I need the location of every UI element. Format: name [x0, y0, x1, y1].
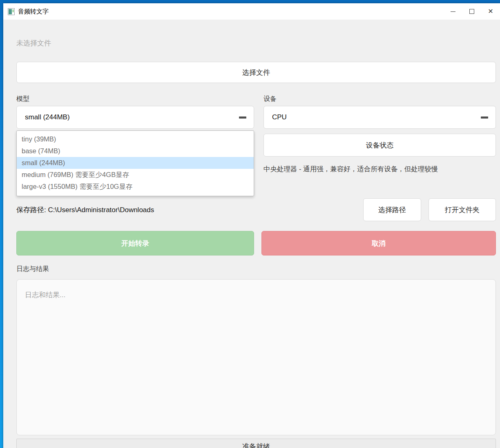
status-bar: 准备就绪 [16, 439, 496, 448]
save-path-label: 保存路径: C:\Users\Administrator\Downloads [16, 205, 154, 215]
model-column: 模型 small (244MB) tiny (39MB) base (74MB)… [16, 94, 254, 174]
model-combobox-value: small (244MB) [25, 113, 70, 121]
dropdown-option-small[interactable]: small (244MB) [17, 157, 254, 169]
window-title: 音频转文字 [18, 8, 49, 16]
model-label: 模型 [16, 94, 254, 103]
log-textarea[interactable] [16, 279, 496, 435]
dropdown-option-medium[interactable]: medium (769MB) 需要至少4GB显存 [17, 169, 254, 181]
device-status-button[interactable]: 设备状态 [263, 134, 496, 157]
maximize-icon [469, 9, 474, 14]
minimize-icon [451, 11, 455, 12]
status-text: 准备就绪 [242, 443, 270, 448]
save-path-row: 保存路径: C:\Users\Administrator\Downloads 选… [16, 198, 496, 221]
dropdown-option-tiny[interactable]: tiny (39MB) [17, 133, 254, 145]
app-icon [8, 8, 15, 15]
start-transcribe-button[interactable]: 开始转录 [16, 231, 254, 255]
device-description: 中央处理器 - 通用强，兼容好，适合所有设备，但处理较慢 [263, 165, 496, 174]
minimize-button[interactable] [444, 3, 462, 20]
log-section-label: 日志与结果 [16, 264, 496, 273]
combobox-dash-icon [239, 116, 246, 119]
open-folder-button[interactable]: 打开文件夹 [429, 198, 496, 221]
select-file-button[interactable]: 选择文件 [16, 62, 496, 83]
action-buttons-row: 开始转录 取消 [16, 231, 496, 255]
device-label: 设备 [263, 94, 496, 103]
model-dropdown-list: tiny (39MB) base (74MB) small (244MB) me… [16, 130, 254, 196]
device-combobox-value: CPU [272, 113, 287, 121]
combobox-dash-icon [481, 116, 488, 119]
close-icon: ✕ [488, 8, 493, 15]
app-icon-teal-block [9, 9, 12, 14]
app-icon-green-bar [13, 9, 13, 12]
device-column: 设备 CPU 设备状态 中央处理器 - 通用强，兼容好，适合所有设备，但处理较慢 [263, 94, 496, 174]
model-combobox[interactable]: small (244MB) [16, 106, 254, 129]
main-content: 未选择文件 选择文件 模型 small (244MB) tiny (39MB) … [3, 20, 500, 448]
window-controls: ✕ [444, 3, 500, 20]
cancel-button[interactable]: 取消 [261, 231, 496, 255]
settings-columns: 模型 small (244MB) tiny (39MB) base (74MB)… [16, 94, 496, 174]
maximize-button[interactable] [462, 3, 481, 20]
app-window: 音频转文字 ✕ 未选择文件 选择文件 模型 small (244MB) [3, 3, 500, 448]
close-button[interactable]: ✕ [481, 3, 500, 20]
device-combobox[interactable]: CPU [263, 106, 496, 129]
title-bar[interactable]: 音频转文字 ✕ [3, 3, 500, 20]
choose-path-button[interactable]: 选择路径 [363, 198, 421, 221]
dropdown-option-base[interactable]: base (74MB) [17, 145, 254, 157]
file-status-label: 未选择文件 [16, 38, 496, 48]
dropdown-option-large-v3[interactable]: large-v3 (1550MB) 需要至少10G显存 [17, 181, 254, 193]
